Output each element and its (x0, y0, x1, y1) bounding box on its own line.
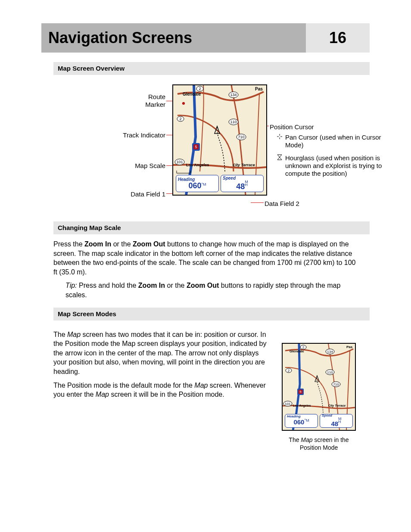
svg-text:5: 5 (195, 145, 197, 149)
svg-text:2: 2 (199, 87, 201, 91)
label-pan-cursor: Pan Cursor (used when in Cursor Mode) (277, 134, 389, 149)
data-field-heading: Heading 060°M (285, 414, 318, 428)
para-tip: Tip: Press and hold the Zoom In or the Z… (65, 281, 358, 299)
label-map-scale: Map Scale (110, 162, 165, 170)
data-field-heading: Heading 060°M (176, 175, 219, 192)
svg-text:Glendale: Glendale (183, 92, 201, 96)
page-number-box: 16 (306, 23, 370, 53)
svg-text:134: 134 (327, 350, 333, 354)
data-field-speed: Speed 48M H (221, 175, 264, 192)
section-heading-map-overview: Map Screen Overview (53, 62, 370, 75)
pan-cursor-icon (277, 134, 283, 141)
section-heading-text: Map Screen Overview (58, 65, 125, 72)
svg-point-6 (182, 102, 185, 105)
svg-text:110: 110 (230, 120, 237, 124)
para-modes-2: The Position mode is the default mode fo… (53, 381, 277, 399)
svg-text:Los Angeles: Los Angeles (186, 163, 209, 167)
label-route-marker: Route Marker (110, 93, 165, 109)
svg-text:134: 134 (230, 93, 237, 97)
svg-text:2: 2 (288, 369, 290, 373)
section-heading-map-modes: Map Screen Modes (53, 308, 370, 320)
svg-text:City Terrace: City Terrace (328, 404, 346, 408)
svg-text:710: 710 (333, 383, 339, 386)
figure-map-position-mode: 2 134 2 110 710 101 5 Glendale Pas Los A… (280, 326, 358, 451)
svg-text:110: 110 (327, 370, 333, 374)
label-track-indicator: Track Indicator (90, 131, 165, 139)
section-heading-changing-scale: Changing Map Scale (53, 221, 370, 234)
svg-text:5: 5 (299, 390, 302, 394)
label-data-field-2: Data Field 2 (265, 200, 299, 208)
chapter-title: Navigation Screens (41, 23, 306, 53)
svg-text:City Terrace: City Terrace (233, 163, 255, 167)
para-changing-scale: Press the Zoom In or the Zoom Out button… (53, 240, 358, 277)
data-panel: Heading 060°M Speed 48M H (176, 175, 264, 192)
section-heading-text: Map Screen Modes (58, 310, 116, 317)
leader-line-icon (251, 202, 264, 203)
data-field-speed: Speed 48M H (320, 414, 353, 428)
label-data-field-1: Data Field 1 (110, 190, 165, 198)
svg-text:Pas: Pas (255, 87, 263, 91)
data-panel: Heading 060°M Speed 48M H (285, 414, 353, 428)
figure-map-overview: Route Marker Track Indicator Map Scale D… (41, 80, 370, 214)
map-screenshot-small: 2 134 2 110 710 101 5 Glendale Pas Los A… (282, 343, 356, 431)
svg-text:101: 101 (285, 402, 291, 406)
svg-text:2: 2 (179, 117, 181, 121)
title-bar: Navigation Screens 16 (41, 23, 370, 53)
label-position-cursor: Position Cursor (270, 123, 314, 131)
svg-text:Los Angeles: Los Angeles (293, 404, 311, 408)
section-heading-text: Changing Map Scale (58, 224, 121, 231)
svg-text:2: 2 (302, 345, 305, 349)
svg-text:Pas: Pas (346, 345, 353, 349)
map-screenshot-large: 2 134 2 110 710 101 5 Glendale Pas Los A… (172, 84, 267, 196)
chapter-title-text: Navigation Screens (48, 29, 192, 47)
label-hourglass: Hourglass (used when position is unknown… (277, 154, 397, 177)
hourglass-icon (277, 154, 283, 162)
page-number: 16 (329, 29, 346, 47)
svg-text:710: 710 (238, 135, 244, 139)
svg-text:Glendale: Glendale (290, 349, 304, 353)
figure-caption: The Map screen in the Position Mode (280, 436, 358, 451)
svg-text:101: 101 (176, 160, 183, 164)
